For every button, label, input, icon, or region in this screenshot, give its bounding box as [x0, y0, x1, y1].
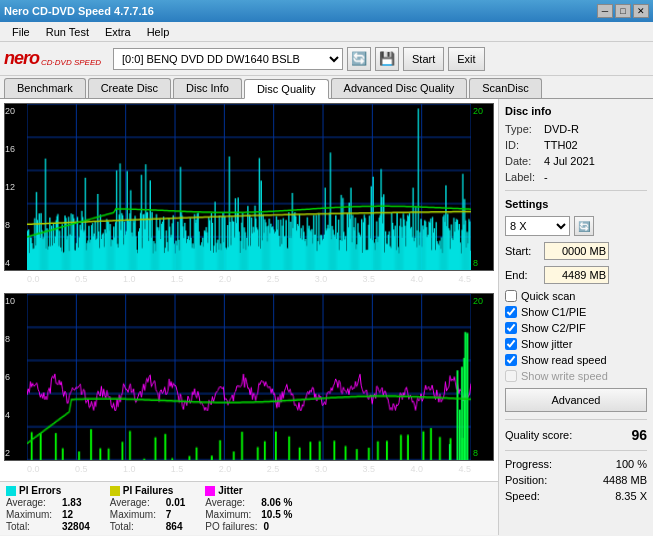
nero-subtitle: CD·DVD SPEED [41, 58, 101, 67]
bottom-stats: PI Errors Average: 1.83 Maximum: 12 Tota… [0, 481, 498, 535]
pif-max-label: Maximum: [110, 509, 160, 520]
disc-label-label: Label: [505, 171, 540, 183]
po-fail-label: PO failures: [205, 521, 257, 532]
show-c1-checkbox[interactable] [505, 306, 517, 318]
show-jitter-label: Show jitter [521, 338, 572, 350]
total-label: Total: [6, 521, 56, 532]
avg-label: Average: [6, 497, 56, 508]
divider-2 [505, 419, 647, 420]
nero-logo-text: nero [4, 48, 39, 69]
disc-id-row: ID: TTH02 [505, 139, 647, 151]
jitter-label: Jitter [218, 485, 242, 496]
show-write-checkbox [505, 370, 517, 382]
show-c2-row: Show C2/PIF [505, 322, 647, 334]
end-label: End: [505, 269, 540, 281]
pi-errors-header: PI Errors [6, 485, 90, 496]
minimize-button[interactable]: ─ [597, 4, 613, 18]
pi-failures-header: PI Failures [110, 485, 185, 496]
disc-type-value: DVD-R [544, 123, 579, 135]
tab-disc-quality[interactable]: Disc Quality [244, 79, 329, 99]
start-label: Start: [505, 245, 540, 257]
show-read-checkbox[interactable] [505, 354, 517, 366]
menu-file[interactable]: File [4, 24, 38, 40]
po-fail-value: 0 [264, 521, 270, 532]
divider-1 [505, 190, 647, 191]
close-button[interactable]: ✕ [633, 4, 649, 18]
progress-value: 100 % [616, 458, 647, 470]
disc-id-value: TTH02 [544, 139, 578, 151]
y2-label-4: 4 [5, 410, 25, 420]
y-label-16: 16 [5, 144, 25, 154]
show-read-label: Show read speed [521, 354, 607, 366]
pif-avg-label: Average: [110, 497, 160, 508]
tab-advanced-disc-quality[interactable]: Advanced Disc Quality [331, 78, 468, 98]
quality-score-label: Quality score: [505, 429, 572, 441]
pif-avg-value: 0.01 [166, 497, 185, 508]
max-value: 12 [62, 509, 73, 520]
show-read-row: Show read speed [505, 354, 647, 366]
tab-scandisc[interactable]: ScanDisc [469, 78, 541, 98]
show-c1-label: Show C1/PIE [521, 306, 586, 318]
y-label-20: 20 [5, 106, 25, 116]
y-label-8: 8 [5, 220, 25, 230]
quick-scan-checkbox[interactable] [505, 290, 517, 302]
advanced-button[interactable]: Advanced [505, 388, 647, 412]
y2-right-8: 8 [473, 448, 493, 458]
start-button[interactable]: Start [403, 47, 444, 71]
y2-label-2: 2 [5, 448, 25, 458]
tab-bar: Benchmark Create Disc Disc Info Disc Qua… [0, 76, 653, 99]
show-c2-checkbox[interactable] [505, 322, 517, 334]
main-content: 20 16 12 8 4 20 8 0.0 0.5 1.0 1.5 2. [0, 99, 653, 535]
jitter-header: Jitter [205, 485, 292, 496]
quick-scan-row: Quick scan [505, 290, 647, 302]
jitter-group: Jitter Average: 8.06 % Maximum: 10.5 % P… [205, 485, 292, 532]
y2-label-8: 8 [5, 334, 25, 344]
disc-info-title: Disc info [505, 105, 647, 117]
pi-errors-data: Average: 1.83 Maximum: 12 Total: 32804 [6, 497, 90, 532]
progress-row: Progress: 100 % [505, 458, 647, 470]
position-label: Position: [505, 474, 547, 486]
save-icon[interactable]: 💾 [375, 47, 399, 71]
pif-max-value: 7 [166, 509, 172, 520]
right-panel: Disc info Type: DVD-R ID: TTH02 Date: 4 … [498, 99, 653, 535]
jit-avg-label: Average: [205, 497, 255, 508]
tab-create-disc[interactable]: Create Disc [88, 78, 171, 98]
settings-title: Settings [505, 198, 647, 210]
menu-extra[interactable]: Extra [97, 24, 139, 40]
show-c2-label: Show C2/PIF [521, 322, 586, 334]
quality-score-row: Quality score: 96 [505, 427, 647, 443]
avg-value: 1.83 [62, 497, 81, 508]
window-controls: ─ □ ✕ [597, 4, 649, 18]
disc-label-row: Label: - [505, 171, 647, 183]
y-right-8: 8 [473, 258, 493, 268]
tab-benchmark[interactable]: Benchmark [4, 78, 86, 98]
maximize-button[interactable]: □ [615, 4, 631, 18]
title-bar: Nero CD-DVD Speed 4.7.7.16 ─ □ ✕ [0, 0, 653, 22]
disc-type-label: Type: [505, 123, 540, 135]
start-mb-input[interactable] [544, 242, 609, 260]
quality-score-value: 96 [631, 427, 647, 443]
settings-refresh-icon[interactable]: 🔄 [574, 216, 594, 236]
menu-run-test[interactable]: Run Test [38, 24, 97, 40]
pi-failures-data: Average: 0.01 Maximum: 7 Total: 864 [110, 497, 185, 532]
pif-total-label: Total: [110, 521, 160, 532]
refresh-icon[interactable]: 🔄 [347, 47, 371, 71]
total-value: 32804 [62, 521, 90, 532]
menu-help[interactable]: Help [139, 24, 178, 40]
menu-bar: File Run Test Extra Help [0, 22, 653, 42]
drive-select[interactable]: [0:0] BENQ DVD DD DW1640 BSLB [113, 48, 343, 70]
app-title: Nero CD-DVD Speed 4.7.7.16 [4, 5, 154, 17]
jitter-color [205, 486, 215, 496]
end-mb-input[interactable] [544, 266, 609, 284]
speed-row-prog: Speed: 8.35 X [505, 490, 647, 502]
y2-label-10: 10 [5, 296, 25, 306]
speed-select[interactable]: 8 X [505, 216, 570, 236]
quick-scan-label: Quick scan [521, 290, 575, 302]
pi-failures-group: PI Failures Average: 0.01 Maximum: 7 Tot… [110, 485, 185, 532]
pi-failures-label: PI Failures [123, 485, 174, 496]
disc-date-value: 4 Jul 2021 [544, 155, 595, 167]
show-jitter-checkbox[interactable] [505, 338, 517, 350]
exit-button[interactable]: Exit [448, 47, 484, 71]
jit-avg-value: 8.06 % [261, 497, 292, 508]
tab-disc-info[interactable]: Disc Info [173, 78, 242, 98]
